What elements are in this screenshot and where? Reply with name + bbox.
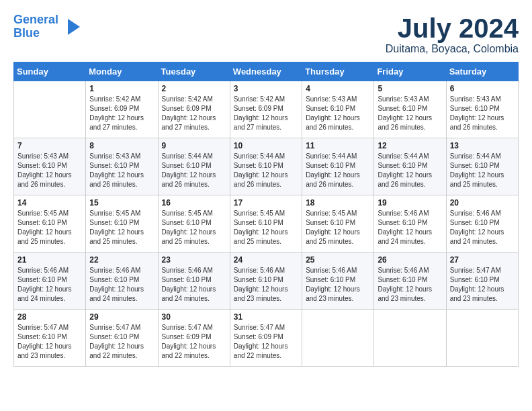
day-number: 11 <box>306 141 370 150</box>
day-info: Sunrise: 5:43 AMSunset: 6:10 PMDaylight:… <box>378 95 442 132</box>
day-info: Sunrise: 5:45 AMSunset: 6:10 PMDaylight:… <box>162 209 226 246</box>
calendar-cell: 10Sunrise: 5:44 AMSunset: 6:10 PMDayligh… <box>230 138 302 195</box>
day-header-wednesday: Wednesday <box>230 62 302 81</box>
day-info: Sunrise: 5:45 AMSunset: 6:10 PMDaylight:… <box>89 209 154 246</box>
title-block: July 2024 Duitama, Boyaca, Colombia <box>386 13 519 55</box>
day-header-tuesday: Tuesday <box>158 62 230 81</box>
day-header-thursday: Thursday <box>302 62 374 81</box>
day-info: Sunrise: 5:44 AMSunset: 6:10 PMDaylight:… <box>378 152 442 189</box>
day-info: Sunrise: 5:45 AMSunset: 6:10 PMDaylight:… <box>306 209 370 246</box>
logo-line1: General <box>13 13 58 26</box>
day-number: 5 <box>378 84 442 93</box>
day-info: Sunrise: 5:46 AMSunset: 6:10 PMDaylight:… <box>89 266 154 304</box>
calendar-cell: 18Sunrise: 5:45 AMSunset: 6:10 PMDayligh… <box>302 195 374 253</box>
day-header-friday: Friday <box>374 62 446 81</box>
day-number: 7 <box>17 141 82 150</box>
calendar-week-2: 7Sunrise: 5:43 AMSunset: 6:10 PMDaylight… <box>14 138 519 195</box>
day-number: 20 <box>450 198 515 208</box>
day-number: 1 <box>89 84 154 93</box>
day-header-saturday: Saturday <box>446 62 518 81</box>
calendar-cell: 30Sunrise: 5:47 AMSunset: 6:09 PMDayligh… <box>158 310 230 367</box>
day-number: 31 <box>234 312 298 322</box>
day-number: 2 <box>162 84 226 93</box>
day-number: 10 <box>234 141 298 150</box>
day-info: Sunrise: 5:46 AMSunset: 6:10 PMDaylight:… <box>306 266 370 304</box>
calendar-cell: 13Sunrise: 5:44 AMSunset: 6:10 PMDayligh… <box>446 138 518 195</box>
logo: General Blue <box>13 13 83 40</box>
calendar-cell: 4Sunrise: 5:43 AMSunset: 6:10 PMDaylight… <box>302 81 374 138</box>
day-number: 22 <box>89 255 154 265</box>
calendar-cell: 31Sunrise: 5:47 AMSunset: 6:09 PMDayligh… <box>230 310 302 367</box>
day-number: 17 <box>234 198 298 208</box>
calendar-cell <box>14 81 86 138</box>
day-info: Sunrise: 5:46 AMSunset: 6:10 PMDaylight:… <box>17 266 82 304</box>
day-info: Sunrise: 5:44 AMSunset: 6:10 PMDaylight:… <box>306 152 370 189</box>
calendar-cell: 6Sunrise: 5:43 AMSunset: 6:10 PMDaylight… <box>446 81 518 138</box>
day-number: 13 <box>450 141 515 150</box>
day-info: Sunrise: 5:42 AMSunset: 6:09 PMDaylight:… <box>89 95 154 132</box>
calendar-cell: 29Sunrise: 5:47 AMSunset: 6:10 PMDayligh… <box>86 310 158 367</box>
logo-line2: Blue <box>13 26 40 40</box>
logo-text: General Blue <box>13 13 58 40</box>
day-number: 19 <box>378 198 442 208</box>
day-header-sunday: Sunday <box>14 62 86 81</box>
calendar-cell: 12Sunrise: 5:44 AMSunset: 6:10 PMDayligh… <box>374 138 446 195</box>
day-info: Sunrise: 5:47 AMSunset: 6:10 PMDaylight:… <box>89 323 154 361</box>
calendar-cell: 19Sunrise: 5:46 AMSunset: 6:10 PMDayligh… <box>374 195 446 253</box>
day-info: Sunrise: 5:47 AMSunset: 6:09 PMDaylight:… <box>162 323 226 361</box>
day-info: Sunrise: 5:43 AMSunset: 6:10 PMDaylight:… <box>89 152 154 189</box>
day-info: Sunrise: 5:46 AMSunset: 6:10 PMDaylight:… <box>378 209 442 246</box>
day-number: 27 <box>450 255 515 265</box>
day-header-monday: Monday <box>86 62 158 81</box>
day-number: 21 <box>17 255 82 265</box>
day-number: 28 <box>17 312 82 322</box>
day-number: 9 <box>162 141 226 150</box>
calendar-cell: 15Sunrise: 5:45 AMSunset: 6:10 PMDayligh… <box>86 195 158 253</box>
calendar-cell: 20Sunrise: 5:46 AMSunset: 6:10 PMDayligh… <box>446 195 518 253</box>
day-info: Sunrise: 5:45 AMSunset: 6:10 PMDaylight:… <box>17 209 82 246</box>
calendar-cell: 11Sunrise: 5:44 AMSunset: 6:10 PMDayligh… <box>302 138 374 195</box>
day-number: 8 <box>89 141 154 150</box>
day-number: 4 <box>306 84 370 93</box>
day-info: Sunrise: 5:44 AMSunset: 6:10 PMDaylight:… <box>450 152 515 189</box>
calendar-cell: 3Sunrise: 5:42 AMSunset: 6:09 PMDaylight… <box>230 81 302 138</box>
calendar-week-5: 28Sunrise: 5:47 AMSunset: 6:10 PMDayligh… <box>14 310 519 367</box>
calendar-week-1: 1Sunrise: 5:42 AMSunset: 6:09 PMDaylight… <box>14 81 519 138</box>
calendar-week-4: 21Sunrise: 5:46 AMSunset: 6:10 PMDayligh… <box>14 253 519 310</box>
day-info: Sunrise: 5:42 AMSunset: 6:09 PMDaylight:… <box>234 95 298 132</box>
day-info: Sunrise: 5:47 AMSunset: 6:09 PMDaylight:… <box>234 323 298 361</box>
calendar-cell: 24Sunrise: 5:46 AMSunset: 6:10 PMDayligh… <box>230 253 302 310</box>
calendar-week-3: 14Sunrise: 5:45 AMSunset: 6:10 PMDayligh… <box>14 195 519 253</box>
day-number: 18 <box>306 198 370 208</box>
calendar-table: SundayMondayTuesdayWednesdayThursdayFrid… <box>13 62 519 367</box>
day-info: Sunrise: 5:43 AMSunset: 6:10 PMDaylight:… <box>450 95 515 132</box>
calendar-cell: 26Sunrise: 5:46 AMSunset: 6:10 PMDayligh… <box>374 253 446 310</box>
calendar-cell: 14Sunrise: 5:45 AMSunset: 6:10 PMDayligh… <box>14 195 86 253</box>
day-info: Sunrise: 5:46 AMSunset: 6:10 PMDaylight:… <box>162 266 226 304</box>
day-info: Sunrise: 5:43 AMSunset: 6:10 PMDaylight:… <box>17 152 82 189</box>
month-title: July 2024 <box>386 13 519 43</box>
day-info: Sunrise: 5:45 AMSunset: 6:10 PMDaylight:… <box>234 209 298 246</box>
calendar-cell: 22Sunrise: 5:46 AMSunset: 6:10 PMDayligh… <box>86 253 158 310</box>
calendar-cell <box>446 310 518 367</box>
day-number: 14 <box>17 198 82 208</box>
calendar-cell: 27Sunrise: 5:47 AMSunset: 6:10 PMDayligh… <box>446 253 518 310</box>
day-number: 15 <box>89 198 154 208</box>
day-number: 16 <box>162 198 226 208</box>
calendar-cell: 2Sunrise: 5:42 AMSunset: 6:09 PMDaylight… <box>158 81 230 138</box>
logo-icon <box>61 16 83 38</box>
day-info: Sunrise: 5:46 AMSunset: 6:10 PMDaylight:… <box>450 209 515 246</box>
day-info: Sunrise: 5:44 AMSunset: 6:10 PMDaylight:… <box>234 152 298 189</box>
location: Duitama, Boyaca, Colombia <box>386 43 519 55</box>
calendar-body: 1Sunrise: 5:42 AMSunset: 6:09 PMDaylight… <box>14 81 519 367</box>
day-number: 12 <box>378 141 442 150</box>
calendar-cell: 25Sunrise: 5:46 AMSunset: 6:10 PMDayligh… <box>302 253 374 310</box>
day-number: 30 <box>162 312 226 322</box>
calendar-cell: 17Sunrise: 5:45 AMSunset: 6:10 PMDayligh… <box>230 195 302 253</box>
calendar-cell: 8Sunrise: 5:43 AMSunset: 6:10 PMDaylight… <box>86 138 158 195</box>
day-number: 6 <box>450 84 515 93</box>
calendar-header: SundayMondayTuesdayWednesdayThursdayFrid… <box>14 62 519 81</box>
day-number: 29 <box>89 312 154 322</box>
calendar-cell: 16Sunrise: 5:45 AMSunset: 6:10 PMDayligh… <box>158 195 230 253</box>
day-info: Sunrise: 5:47 AMSunset: 6:10 PMDaylight:… <box>450 266 515 304</box>
